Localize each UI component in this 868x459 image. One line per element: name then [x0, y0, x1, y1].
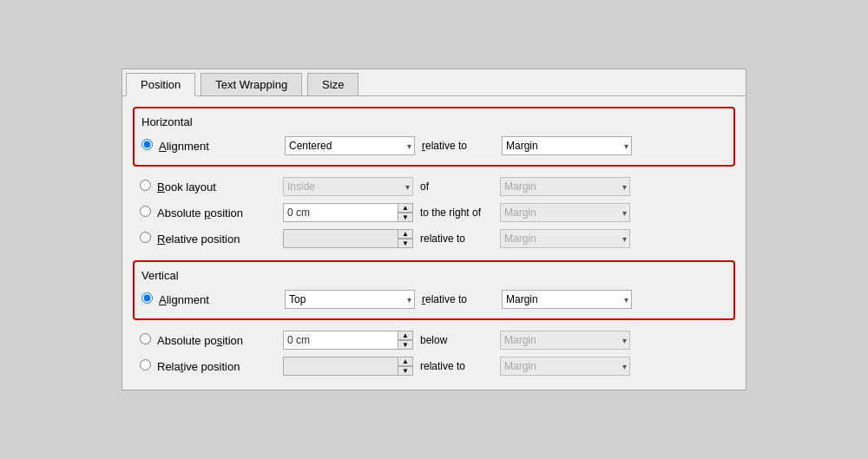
v-absolute-spin-buttons: ▲ ▼: [398, 331, 413, 350]
h-book-row: Book layout Inside Outside of Margin Pag…: [140, 174, 728, 200]
h-alignment-dropdown-wrapper: Centered Left Right Inside Outside: [285, 136, 415, 155]
v-absolute-rel-wrapper: Margin Page Paragraph: [500, 331, 630, 350]
h-book-dropdown[interactable]: Inside Outside: [283, 177, 413, 196]
v-relative-row: Relative position ▲ ▼ relative to Margin…: [140, 353, 728, 379]
h-alignment-dropdown[interactable]: Centered Left Right Inside Outside: [285, 136, 415, 155]
v-alignment-radio[interactable]: [141, 292, 153, 304]
v-relative-spin-buttons: ▲ ▼: [398, 357, 413, 376]
h-relative-rel-dropdown[interactable]: Margin Page: [500, 229, 630, 248]
v-alignment-dropdown-wrapper: Top Center Bottom Inside Outside: [285, 290, 415, 309]
dialog: Position Text Wrapping Size Horizontal A…: [122, 69, 746, 390]
v-absolute-radio[interactable]: [140, 333, 151, 344]
v-relative-mid-label: relative to: [413, 360, 500, 372]
h-absolute-row: Absolute position ▲ ▼ to the right of Ma…: [140, 200, 728, 226]
horizontal-plain-rows: Book layout Inside Outside of Margin Pag…: [133, 174, 735, 252]
h-alignment-label: Alignment: [159, 140, 285, 153]
v-relative-rel-dropdown[interactable]: Margin Page: [500, 357, 630, 376]
v-relative-input[interactable]: [283, 357, 413, 376]
h-absolute-radio[interactable]: [140, 206, 151, 217]
v-alignment-label: Alignment: [159, 293, 285, 306]
h-relative-radio[interactable]: [140, 232, 151, 243]
horizontal-title: Horizontal: [141, 115, 723, 128]
v-alignment-dropdown[interactable]: Top Center Bottom Inside Outside: [285, 290, 415, 309]
v-alignment-mid-label: relative to: [415, 293, 502, 305]
v-absolute-rel-dropdown[interactable]: Margin Page Paragraph: [500, 331, 630, 350]
v-relative-rel-wrapper: Margin Page: [500, 357, 630, 376]
horizontal-section: Horizontal Alignment Centered Left Right…: [133, 107, 735, 167]
h-absolute-spin-buttons: ▲ ▼: [398, 203, 413, 222]
h-relative-input[interactable]: [283, 229, 413, 248]
h-relative-label: Relative position: [157, 233, 283, 246]
h-absolute-spin-up[interactable]: ▲: [398, 203, 413, 213]
h-absolute-spin-down[interactable]: ▼: [398, 213, 413, 222]
h-absolute-rel-dropdown[interactable]: Margin Page Column: [500, 203, 630, 222]
h-book-mid-label: of: [413, 180, 500, 193]
v-relative-label: Relative position: [157, 360, 283, 373]
h-absolute-mid-label: to the right of: [413, 207, 500, 219]
h-absolute-spinbox: ▲ ▼: [283, 203, 413, 222]
tab-size[interactable]: Size: [307, 73, 358, 95]
h-relative-spin-buttons: ▲ ▼: [398, 229, 413, 248]
h-relative-rel-wrapper: Margin Page: [500, 229, 630, 248]
h-alignment-rel-wrapper: Margin Page Column: [502, 136, 632, 155]
h-relative-row: Relative position ▲ ▼ relative to Margin…: [140, 226, 728, 252]
h-alignment-mid-label: relative to: [415, 140, 502, 152]
h-absolute-label: Absolute position: [157, 207, 283, 220]
dialog-content: Horizontal Alignment Centered Left Right…: [122, 96, 746, 390]
v-relative-radio[interactable]: [140, 359, 151, 370]
v-alignment-rel-wrapper: Margin Page Paragraph: [502, 290, 632, 309]
tab-bar: Position Text Wrapping Size: [122, 69, 746, 96]
v-absolute-spin-down[interactable]: ▼: [398, 340, 413, 350]
v-absolute-label: Absolute position: [157, 334, 283, 347]
v-absolute-mid-label: below: [413, 334, 500, 346]
tab-position[interactable]: Position: [126, 73, 195, 96]
h-book-rel-dropdown[interactable]: Margin Page: [500, 177, 630, 196]
vertical-plain-rows: Absolute position ▲ ▼ below Margin Page …: [133, 327, 735, 379]
v-relative-spin-down[interactable]: ▼: [398, 366, 413, 376]
h-relative-mid-label: relative to: [413, 233, 500, 245]
v-absolute-spin-up[interactable]: ▲: [398, 331, 413, 340]
v-absolute-input[interactable]: [283, 331, 413, 350]
h-book-label: Book layout: [157, 180, 283, 193]
h-relative-spin-down[interactable]: ▼: [398, 239, 413, 248]
h-relative-spinbox: ▲ ▼: [283, 229, 413, 248]
h-book-radio[interactable]: [140, 180, 151, 191]
h-relative-spin-up[interactable]: ▲: [398, 229, 413, 239]
h-book-rel-wrapper: Margin Page: [500, 177, 630, 196]
v-relative-spin-up[interactable]: ▲: [398, 357, 413, 366]
h-absolute-input[interactable]: [283, 203, 413, 222]
v-absolute-spinbox: ▲ ▼: [283, 331, 413, 350]
vertical-section: Vertical Alignment Top Center Bottom Ins…: [133, 260, 735, 320]
h-alignment-rel-dropdown[interactable]: Margin Page Column: [502, 136, 632, 155]
vertical-title: Vertical: [141, 269, 723, 282]
h-alignment-radio[interactable]: [141, 139, 153, 150]
h-alignment-row: Alignment Centered Left Right Inside Out…: [141, 134, 723, 158]
v-alignment-rel-dropdown[interactable]: Margin Page Paragraph: [502, 290, 632, 309]
tab-text-wrapping[interactable]: Text Wrapping: [201, 73, 302, 95]
h-absolute-rel-wrapper: Margin Page Column: [500, 203, 630, 222]
v-alignment-row: Alignment Top Center Bottom Inside Outsi…: [141, 287, 723, 311]
v-absolute-row: Absolute position ▲ ▼ below Margin Page …: [140, 327, 728, 353]
h-book-dropdown-wrapper: Inside Outside: [283, 177, 413, 196]
v-relative-spinbox: ▲ ▼: [283, 357, 413, 376]
